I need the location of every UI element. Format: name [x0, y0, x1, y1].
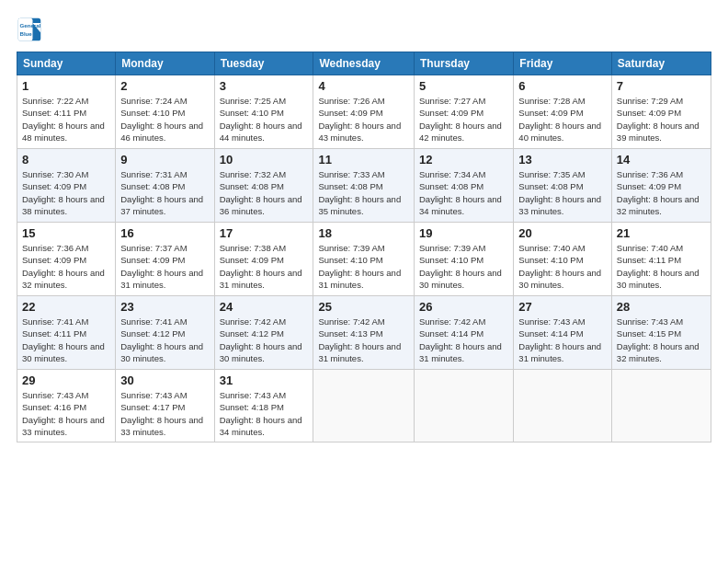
day-number: 20	[518, 226, 607, 240]
calendar-cell: 4 Sunrise: 7:26 AMSunset: 4:09 PMDayligh…	[313, 75, 415, 149]
svg-text:General: General	[20, 22, 41, 29]
day-info: Sunrise: 7:27 AMSunset: 4:09 PMDaylight:…	[419, 96, 502, 143]
calendar-cell: 5 Sunrise: 7:27 AMSunset: 4:09 PMDayligh…	[415, 75, 514, 149]
calendar-cell	[415, 370, 514, 442]
calendar-cell: 15 Sunrise: 7:36 AMSunset: 4:09 PMDaylig…	[17, 223, 116, 296]
calendar-cell: 30 Sunrise: 7:43 AMSunset: 4:17 PMDaylig…	[116, 370, 214, 442]
day-number: 7	[617, 79, 706, 93]
day-number: 18	[318, 226, 409, 240]
day-info: Sunrise: 7:22 AMSunset: 4:11 PMDaylight:…	[22, 96, 105, 143]
day-info: Sunrise: 7:35 AMSunset: 4:08 PMDaylight:…	[518, 169, 601, 216]
calendar-cell: 17 Sunrise: 7:38 AMSunset: 4:09 PMDaylig…	[214, 223, 313, 296]
calendar-cell: 7 Sunrise: 7:29 AMSunset: 4:09 PMDayligh…	[611, 75, 711, 149]
day-number: 10	[220, 153, 309, 167]
day-info: Sunrise: 7:25 AMSunset: 4:10 PMDaylight:…	[220, 96, 302, 143]
calendar-cell: 22 Sunrise: 7:41 AMSunset: 4:11 PMDaylig…	[17, 296, 116, 370]
day-number: 26	[419, 300, 508, 314]
day-info: Sunrise: 7:40 AMSunset: 4:11 PMDaylight:…	[617, 243, 700, 290]
calendar-cell	[611, 370, 711, 442]
calendar-cell: 19 Sunrise: 7:39 AMSunset: 4:10 PMDaylig…	[415, 223, 514, 296]
day-info: Sunrise: 7:32 AMSunset: 4:08 PMDaylight:…	[220, 169, 302, 216]
calendar-cell: 23 Sunrise: 7:41 AMSunset: 4:12 PMDaylig…	[116, 296, 214, 370]
day-number: 12	[419, 153, 508, 167]
day-number: 9	[120, 153, 209, 167]
day-number: 1	[22, 79, 110, 93]
day-info: Sunrise: 7:42 AMSunset: 4:14 PMDaylight:…	[419, 316, 502, 363]
day-info: Sunrise: 7:40 AMSunset: 4:10 PMDaylight:…	[518, 243, 601, 290]
calendar-cell: 29 Sunrise: 7:43 AMSunset: 4:16 PMDaylig…	[17, 370, 116, 442]
weekday-tuesday: Tuesday	[214, 52, 313, 75]
day-number: 19	[419, 226, 508, 240]
day-info: Sunrise: 7:36 AMSunset: 4:09 PMDaylight:…	[617, 169, 700, 216]
calendar-cell: 21 Sunrise: 7:40 AMSunset: 4:11 PMDaylig…	[611, 223, 711, 296]
day-number: 23	[120, 300, 209, 314]
day-info: Sunrise: 7:43 AMSunset: 4:14 PMDaylight:…	[518, 316, 601, 363]
calendar-cell: 10 Sunrise: 7:32 AMSunset: 4:08 PMDaylig…	[214, 149, 313, 223]
calendar-cell: 24 Sunrise: 7:42 AMSunset: 4:12 PMDaylig…	[214, 296, 313, 370]
day-number: 24	[220, 300, 309, 314]
day-number: 29	[22, 373, 110, 387]
calendar-cell: 1 Sunrise: 7:22 AMSunset: 4:11 PMDayligh…	[17, 75, 116, 149]
day-number: 4	[318, 79, 409, 93]
day-number: 5	[419, 79, 508, 93]
calendar-cell: 12 Sunrise: 7:34 AMSunset: 4:08 PMDaylig…	[415, 149, 514, 223]
weekday-thursday: Thursday	[415, 52, 514, 75]
day-info: Sunrise: 7:42 AMSunset: 4:12 PMDaylight:…	[220, 316, 302, 363]
day-info: Sunrise: 7:41 AMSunset: 4:11 PMDaylight:…	[22, 316, 105, 363]
day-number: 3	[220, 79, 309, 93]
day-info: Sunrise: 7:43 AMSunset: 4:17 PMDaylight:…	[120, 390, 203, 437]
calendar-cell: 31 Sunrise: 7:43 AMSunset: 4:18 PMDaylig…	[214, 370, 313, 442]
weekday-monday: Monday	[116, 52, 214, 75]
calendar: SundayMondayTuesdayWednesdayThursdayFrid…	[17, 52, 711, 442]
calendar-cell: 3 Sunrise: 7:25 AMSunset: 4:10 PMDayligh…	[214, 75, 313, 149]
calendar-cell: 20 Sunrise: 7:40 AMSunset: 4:10 PMDaylig…	[514, 223, 612, 296]
day-number: 16	[120, 226, 209, 240]
calendar-cell	[313, 370, 415, 442]
day-number: 15	[22, 226, 110, 240]
weekday-sunday: Sunday	[17, 52, 116, 75]
day-number: 8	[22, 153, 110, 167]
day-number: 28	[617, 300, 706, 314]
weekday-friday: Friday	[514, 52, 612, 75]
day-info: Sunrise: 7:43 AMSunset: 4:16 PMDaylight:…	[22, 390, 105, 437]
calendar-cell: 16 Sunrise: 7:37 AMSunset: 4:09 PMDaylig…	[116, 223, 214, 296]
calendar-cell: 9 Sunrise: 7:31 AMSunset: 4:08 PMDayligh…	[116, 149, 214, 223]
weekday-saturday: Saturday	[611, 52, 711, 75]
calendar-cell: 27 Sunrise: 7:43 AMSunset: 4:14 PMDaylig…	[514, 296, 612, 370]
day-info: Sunrise: 7:42 AMSunset: 4:13 PMDaylight:…	[318, 316, 401, 363]
calendar-cell: 8 Sunrise: 7:30 AMSunset: 4:09 PMDayligh…	[17, 149, 116, 223]
calendar-cell: 11 Sunrise: 7:33 AMSunset: 4:08 PMDaylig…	[313, 149, 415, 223]
calendar-cell: 18 Sunrise: 7:39 AMSunset: 4:10 PMDaylig…	[313, 223, 415, 296]
day-number: 13	[518, 153, 607, 167]
day-info: Sunrise: 7:39 AMSunset: 4:10 PMDaylight:…	[318, 243, 401, 290]
day-info: Sunrise: 7:37 AMSunset: 4:09 PMDaylight:…	[120, 243, 203, 290]
day-info: Sunrise: 7:43 AMSunset: 4:15 PMDaylight:…	[617, 316, 700, 363]
day-info: Sunrise: 7:29 AMSunset: 4:09 PMDaylight:…	[617, 96, 700, 143]
weekday-wednesday: Wednesday	[313, 52, 415, 75]
day-number: 11	[318, 153, 409, 167]
day-number: 6	[518, 79, 607, 93]
day-info: Sunrise: 7:24 AMSunset: 4:10 PMDaylight:…	[120, 96, 203, 143]
calendar-cell: 28 Sunrise: 7:43 AMSunset: 4:15 PMDaylig…	[611, 296, 711, 370]
day-info: Sunrise: 7:31 AMSunset: 4:08 PMDaylight:…	[120, 169, 203, 216]
day-info: Sunrise: 7:43 AMSunset: 4:18 PMDaylight:…	[220, 390, 302, 437]
weekday-header-row: SundayMondayTuesdayWednesdayThursdayFrid…	[17, 52, 711, 75]
day-number: 17	[220, 226, 309, 240]
day-number: 27	[518, 300, 607, 314]
day-info: Sunrise: 7:39 AMSunset: 4:10 PMDaylight:…	[419, 243, 502, 290]
day-info: Sunrise: 7:41 AMSunset: 4:12 PMDaylight:…	[120, 316, 203, 363]
day-number: 2	[120, 79, 209, 93]
day-info: Sunrise: 7:34 AMSunset: 4:08 PMDaylight:…	[419, 169, 502, 216]
header: General Blue	[17, 17, 711, 42]
day-number: 21	[617, 226, 706, 240]
day-info: Sunrise: 7:30 AMSunset: 4:09 PMDaylight:…	[22, 169, 105, 216]
logo-icon: General Blue	[17, 17, 42, 42]
page: General Blue SundayMondayTuesdayWednesda…	[0, 0, 728, 563]
day-number: 22	[22, 300, 110, 314]
day-number: 31	[220, 373, 309, 387]
calendar-cell: 2 Sunrise: 7:24 AMSunset: 4:10 PMDayligh…	[116, 75, 214, 149]
calendar-cell: 6 Sunrise: 7:28 AMSunset: 4:09 PMDayligh…	[514, 75, 612, 149]
calendar-cell: 26 Sunrise: 7:42 AMSunset: 4:14 PMDaylig…	[415, 296, 514, 370]
calendar-cell: 13 Sunrise: 7:35 AMSunset: 4:08 PMDaylig…	[514, 149, 612, 223]
day-info: Sunrise: 7:26 AMSunset: 4:09 PMDaylight:…	[318, 96, 401, 143]
